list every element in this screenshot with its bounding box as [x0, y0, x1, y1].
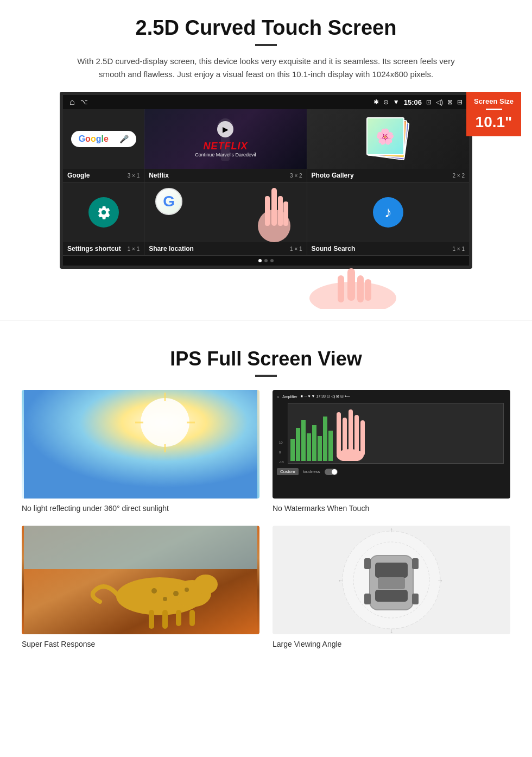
netflix-label-row: Netflix 3 × 2 [144, 169, 306, 182]
settings-label-row: Settings shortcut 1 × 1 [63, 242, 144, 255]
sound-label-row: Sound Search 1 × 1 [307, 242, 469, 255]
svg-point-13 [141, 398, 189, 447]
svg-point-31 [173, 591, 179, 596]
hand-pointer [252, 182, 296, 242]
screen-size-value: 10.1" [474, 113, 514, 131]
sound-app-size: 1 × 1 [452, 246, 465, 252]
svg-point-29 [151, 588, 157, 594]
settings-app-name: Settings shortcut [67, 245, 121, 253]
hand-extension [33, 266, 499, 298]
gallery-display: 🌸 [307, 109, 469, 169]
svg-rect-25 [24, 526, 257, 569]
signal-icon: ▼ [393, 98, 400, 106]
netflix-play-button[interactable]: ▶ [217, 121, 233, 137]
svg-rect-18 [337, 412, 341, 456]
share-widget[interactable]: G [144, 182, 306, 242]
svg-rect-4 [278, 196, 283, 226]
svg-rect-9 [357, 275, 364, 302]
svg-text:→: → [437, 577, 444, 584]
settings-cell: Settings shortcut 1 × 1 [63, 182, 144, 255]
google-app-name: Google [67, 172, 90, 179]
svg-rect-35 [176, 610, 181, 626]
svg-rect-34 [162, 610, 168, 629]
bar-3 [301, 420, 306, 462]
amp-label: Amplifier [282, 395, 297, 399]
svg-rect-46 [378, 577, 405, 589]
svg-rect-33 [149, 610, 154, 629]
usb-icon: ⌥ [80, 98, 88, 106]
bar-1 [290, 439, 295, 461]
bar-2 [296, 428, 300, 461]
netflix-widget[interactable]: ▶ NETFLIX Continue Marvel's Daredevil [144, 109, 306, 169]
amp-header: ⌂ Amplifier ■ ··· ♥ ▼ 17:33 ⊡ ◁) ⊠ ⊟ ⟵ [277, 394, 506, 399]
svg-rect-12 [24, 390, 257, 499]
sound-app-name: Sound Search [312, 245, 356, 253]
svg-rect-49 [364, 594, 371, 604]
status-bar: ⌂ ⌥ ✱ ⊙ ▼ 15:06 ⊡ ◁) ⊠ ⊟ [63, 95, 469, 109]
dot-3 [270, 259, 274, 262]
dot-2 [264, 259, 268, 262]
netflix-app-name: Netflix [149, 172, 169, 179]
bar-6 [318, 436, 322, 461]
sound-widget[interactable]: ♪ [307, 182, 469, 242]
sunlight-image [22, 390, 259, 499]
svg-rect-3 [271, 188, 277, 226]
sound-icon-circle: ♪ [373, 197, 403, 228]
svg-rect-5 [265, 196, 270, 226]
svg-rect-36 [189, 610, 195, 626]
sky-display [22, 390, 259, 499]
gallery-app-name: Photo Gallery [312, 172, 354, 179]
settings-widget[interactable] [63, 182, 144, 242]
amp-home: ⌂ [277, 395, 279, 399]
hand-on-bars [334, 407, 366, 461]
share-label-row: Share location 1 × 1 [144, 242, 306, 255]
bar-8 [328, 431, 333, 461]
location-icon: ⊙ [383, 98, 389, 106]
svg-point-30 [163, 597, 167, 601]
section1-title: 2.5D Curved Touch Screen [33, 16, 499, 40]
cheetah-image [22, 526, 259, 634]
gallery-cell: 🌸 Photo Gallery 2 × 2 [307, 109, 469, 182]
photo-stack: 🌸 [366, 117, 410, 161]
bar-4 [307, 433, 311, 461]
device-container: ⌂ ⌥ ✱ ⊙ ▼ 15:06 ⊡ ◁) ⊠ ⊟ [60, 92, 472, 269]
google-app-size: 3 × 1 [128, 173, 140, 179]
screen-size-badge: Screen Size 10.1" [466, 92, 521, 136]
share-cell: G [144, 182, 307, 255]
settings-icon-circle [88, 197, 119, 228]
toggle-loudness[interactable] [325, 469, 338, 475]
bluetooth-icon: ✱ [373, 98, 379, 106]
microphone-icon: 🎤 [119, 135, 129, 143]
svg-rect-8 [347, 268, 355, 301]
screen-size-label: Screen Size [474, 97, 514, 105]
screen-icon: ⊟ [457, 98, 463, 106]
svg-rect-11 [365, 279, 371, 301]
eq-bars: 100-10 [277, 401, 506, 466]
sunlight-label: No light reflecting under 360° direct su… [22, 504, 259, 513]
netflix-cell: ▶ NETFLIX Continue Marvel's Daredevil Ne… [144, 109, 307, 182]
share-app-name: Share location [149, 245, 194, 253]
google-widget[interactable]: Google 🎤 [63, 109, 144, 169]
svg-rect-50 [412, 594, 419, 604]
viewing-label: Large Viewing Angle [273, 640, 510, 648]
amplifier-display: ⌂ Amplifier ■ ··· ♥ ▼ 17:33 ⊡ ◁) ⊠ ⊟ ⟵ 1… [273, 390, 510, 499]
gallery-widget[interactable]: 🌸 [307, 109, 469, 169]
svg-rect-45 [375, 590, 408, 602]
feature-fast: Super Fast Response [22, 526, 259, 648]
clock: 15:06 [404, 98, 422, 106]
section-divider [0, 320, 532, 320]
svg-rect-21 [354, 415, 359, 456]
feature-watermarks: ⌂ Amplifier ■ ··· ♥ ▼ 17:33 ⊡ ◁) ⊠ ⊟ ⟵ 1… [273, 390, 510, 513]
google-search-bar[interactable]: Google 🎤 [71, 131, 136, 147]
feature-viewing: ↑ → ↓ ← [273, 526, 510, 648]
section2-title: IPS Full Screen View [22, 348, 510, 370]
photo-3: 🌸 [366, 117, 404, 155]
svg-rect-48 [412, 558, 419, 569]
amp-icons: ■ ··· ♥ ▼ 17:33 ⊡ ◁) ⊠ ⊟ ⟵ [300, 394, 350, 399]
curved-screen-section: 2.5D Curved Touch Screen With 2.5D curve… [0, 0, 532, 309]
car-image: ↑ → ↓ ← [273, 526, 510, 634]
bar-7 [323, 417, 327, 461]
amp-loudness: loudness [303, 469, 320, 474]
car-display: ↑ → ↓ ← [273, 526, 510, 634]
section2-divider [255, 375, 277, 377]
